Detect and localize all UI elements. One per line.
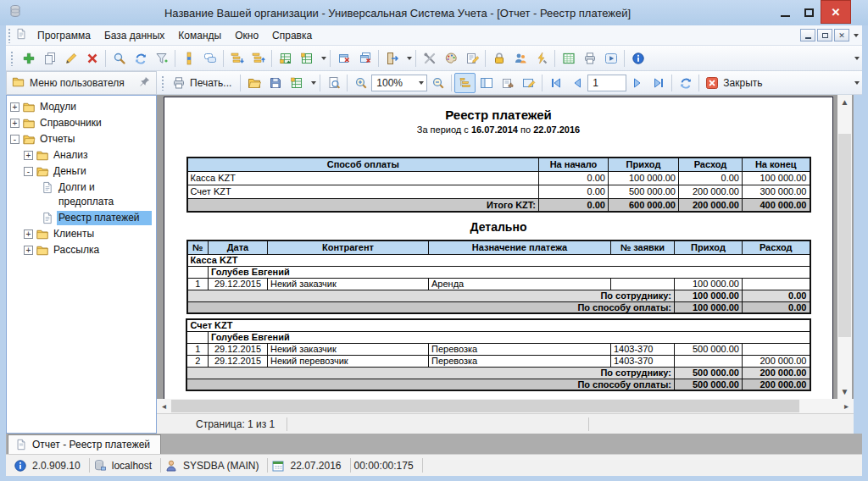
users-icon[interactable] (509, 48, 531, 69)
report-doc-icon (41, 212, 54, 224)
page-number-input[interactable]: 1 (587, 75, 626, 91)
vertical-scrollbar[interactable]: ▲ ▼ (837, 95, 852, 399)
search-icon[interactable] (108, 48, 130, 69)
expand-icon[interactable]: + (24, 246, 33, 255)
close-report-button[interactable]: Закрыть (702, 75, 768, 91)
tab-report-reestr-platezhey[interactable]: Отчет - Реестр платежей (8, 434, 161, 454)
collapse-all-icon[interactable] (248, 48, 269, 69)
menu-baza-dannyh[interactable]: База данных (97, 27, 171, 44)
toolbar-overflow-icon[interactable] (854, 57, 860, 60)
exit-icon[interactable] (381, 48, 403, 69)
export-dropdown-icon[interactable] (317, 48, 327, 69)
refresh-report-icon[interactable] (675, 73, 696, 93)
host-cell: localhost (90, 459, 160, 473)
zoom-level-combo[interactable]: 100% (371, 75, 427, 91)
scroll-right-icon[interactable]: ▸ (839, 399, 854, 413)
exit-dropdown-icon[interactable] (403, 48, 413, 69)
video-icon[interactable] (600, 48, 621, 69)
preview-icon[interactable] (323, 73, 344, 93)
pin-icon[interactable] (138, 75, 151, 91)
sidebar-item-rassylka[interactable]: + Рассылка (7, 242, 156, 258)
edit-page-icon[interactable] (518, 73, 539, 93)
scroll-left-icon[interactable]: ◂ (157, 399, 171, 413)
table-icon[interactable] (558, 48, 579, 69)
sidebar-item-spravochniki[interactable]: + Справочники (7, 115, 156, 131)
expand-icon[interactable]: + (24, 151, 33, 160)
toolbar-grip[interactable] (161, 75, 165, 91)
print-icon[interactable] (579, 48, 600, 69)
outline-view-toggle[interactable] (454, 73, 476, 93)
menu-spravka[interactable]: Справка (265, 27, 319, 44)
palette-icon[interactable] (440, 48, 461, 69)
menu-komandy[interactable]: Команды (171, 27, 228, 44)
sidebar-item-analiz[interactable]: + Анализ (7, 147, 156, 163)
toolbar-overflow-icon[interactable] (854, 81, 860, 85)
scrollbar-thumb[interactable] (171, 400, 799, 412)
sidebar-item-dolgi-i-predoplata[interactable]: Долги и предоплата (7, 180, 156, 210)
print-report-button[interactable]: Печать... (169, 75, 237, 91)
close-all-windows-icon[interactable] (354, 48, 376, 69)
delete-icon[interactable] (81, 48, 103, 69)
zoom-out-icon[interactable] (427, 73, 448, 93)
note-edit-icon[interactable] (461, 48, 482, 69)
mdi-minimize-button[interactable] (800, 29, 815, 41)
zoom-in-icon[interactable] (350, 73, 371, 93)
copy-icon[interactable] (39, 48, 60, 69)
expand-all-icon[interactable] (226, 48, 248, 69)
menubar: Программа База данных Команды Окно Справ… (6, 25, 862, 46)
sidebar-item-otchety[interactable]: - Отчеты (7, 131, 156, 147)
power-icon[interactable] (531, 48, 552, 69)
menu-programma[interactable]: Программа (31, 27, 97, 44)
server-icon (93, 459, 107, 473)
scroll-down-icon[interactable]: ▼ (837, 384, 852, 399)
toolbar-grip[interactable] (8, 28, 12, 43)
structure-icon[interactable] (178, 48, 199, 69)
thumbnails-view-toggle[interactable] (476, 73, 497, 93)
sidebar-item-reestr-platezhey[interactable]: Реестр платежей (7, 210, 156, 226)
toolbar-grip[interactable] (10, 51, 14, 66)
export-excel-icon[interactable] (275, 48, 296, 69)
folder-icon (12, 75, 25, 91)
folder-icon (36, 149, 49, 162)
menubar-overflow-icon[interactable] (854, 34, 859, 37)
maximize-button[interactable] (797, 2, 821, 24)
export-excel-menu-icon[interactable] (296, 48, 317, 69)
open-icon[interactable] (243, 73, 264, 93)
lock-icon[interactable] (488, 48, 509, 69)
mdi-close-button[interactable]: ✕ (834, 29, 849, 41)
sidebar-item-klienty[interactable]: + Клиенты (7, 226, 156, 242)
add-icon[interactable] (18, 48, 39, 69)
close-button[interactable]: ✕ (821, 0, 851, 24)
mdi-restore-button[interactable] (817, 29, 832, 41)
nav-prev-icon[interactable] (566, 73, 587, 93)
watermark-icon[interactable] (497, 73, 518, 93)
collapse-icon[interactable]: - (24, 167, 33, 176)
expand-icon[interactable]: + (10, 119, 19, 128)
window-title: Название Вашей организации - Универсальн… (22, 7, 773, 19)
scroll-up-icon[interactable]: ▲ (837, 95, 852, 109)
export-dropdown-icon[interactable] (307, 73, 317, 93)
tools-icon[interactable] (419, 48, 440, 69)
horizontal-scrollbar[interactable]: ◂ ▸ (157, 399, 854, 413)
refresh-icon[interactable] (130, 48, 151, 69)
collapse-icon[interactable]: - (10, 135, 19, 144)
nav-next-icon[interactable] (626, 73, 648, 93)
expand-icon[interactable]: + (24, 229, 33, 239)
nav-first-icon[interactable] (545, 73, 566, 93)
filter-icon[interactable] (151, 48, 172, 69)
sidebar-item-moduli[interactable]: + Модули (7, 99, 156, 115)
table-row: 1 29.12.2015 Некий заказчик Перевозка 14… (186, 343, 810, 355)
minimize-button[interactable] (773, 2, 797, 24)
export-excel-icon[interactable] (286, 73, 307, 93)
menu-okno[interactable]: Окно (228, 27, 265, 44)
info-icon[interactable] (627, 48, 648, 69)
nav-last-icon[interactable] (648, 73, 669, 93)
save-icon[interactable] (264, 73, 286, 93)
user-cell: SYSDBA (MAIN) (161, 459, 267, 473)
sidebar-item-dengi[interactable]: - Деньги (7, 163, 156, 180)
edit-icon[interactable] (60, 48, 81, 69)
comments-icon[interactable] (199, 48, 220, 69)
close-window-icon[interactable] (333, 48, 354, 69)
expand-icon[interactable]: + (10, 102, 19, 112)
scrollbar-thumb[interactable] (838, 134, 851, 337)
